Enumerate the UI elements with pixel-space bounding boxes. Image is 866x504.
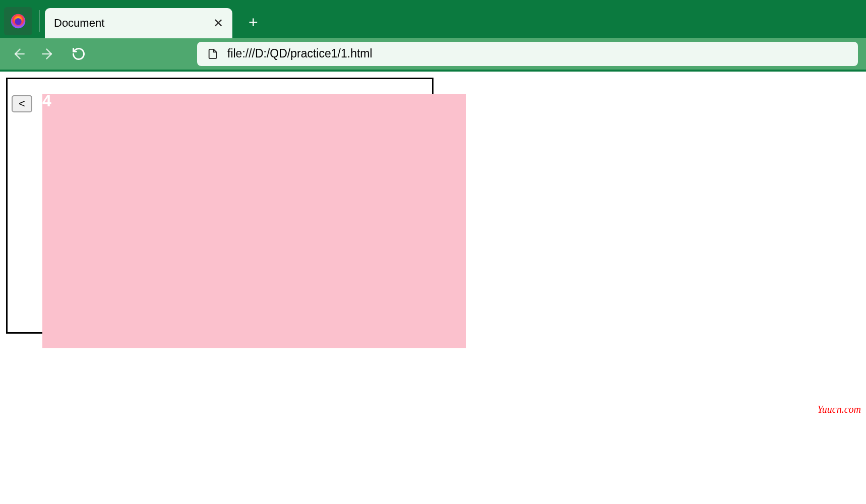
prev-button[interactable]: < xyxy=(12,95,32,112)
browser-toolbar: file:///D:/QD/practice1/1.html xyxy=(0,38,866,70)
tab-document[interactable]: Document ✕ xyxy=(45,8,232,38)
new-tab-button[interactable]: + xyxy=(249,13,258,32)
svg-point-1 xyxy=(15,18,22,25)
tab-title: Document xyxy=(54,17,104,30)
reload-button[interactable] xyxy=(69,44,89,64)
slide-number: 4 xyxy=(42,92,51,110)
back-button[interactable] xyxy=(8,44,28,64)
tab-divider xyxy=(39,10,40,32)
page-icon xyxy=(207,47,218,60)
close-icon[interactable]: ✕ xyxy=(211,16,225,30)
browser-tab-bar: Document ✕ + xyxy=(0,0,866,38)
firefox-icon[interactable] xyxy=(4,7,32,35)
forward-button[interactable] xyxy=(38,44,58,64)
url-text: file:///D:/QD/practice1/1.html xyxy=(227,47,373,60)
watermark-text: Yuucn.com xyxy=(818,404,861,415)
slide-panel: 4 xyxy=(42,94,466,348)
url-bar[interactable]: file:///D:/QD/practice1/1.html xyxy=(197,42,858,66)
